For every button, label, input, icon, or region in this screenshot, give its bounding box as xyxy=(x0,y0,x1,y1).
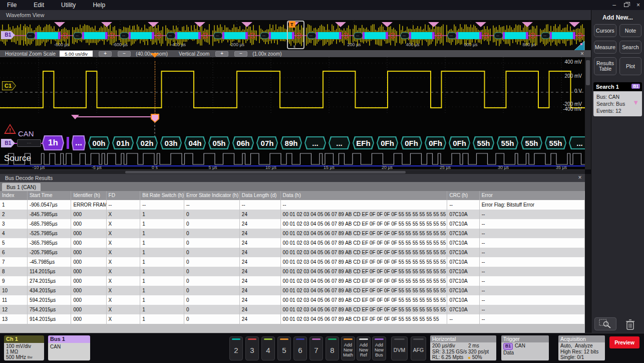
table-row[interactable]: 9274.2015µs000X102400 01 02 03 04 05 06 … xyxy=(0,276,585,286)
tab-bus1-can[interactable]: Bus 1 (CAN) xyxy=(2,183,41,192)
add-new-plot-button[interactable]: Plot xyxy=(619,57,641,75)
add-new-measure-button[interactable]: Measure xyxy=(594,41,616,54)
add-new-search-button[interactable]: Search xyxy=(619,41,641,54)
channel-7-button[interactable]: 7 xyxy=(309,336,323,360)
column-header[interactable]: Data (h) xyxy=(281,191,448,200)
table-cell: 1 xyxy=(140,267,184,276)
table-row[interactable]: 3-685.7985µs000X102400 01 02 03 04 05 06… xyxy=(0,219,585,229)
restore-icon[interactable] xyxy=(624,3,628,7)
search1-card[interactable]: Search 1B1 Bus: CAN Search: Bus Events: … xyxy=(593,82,642,116)
column-header[interactable]: Error xyxy=(480,191,585,200)
search-mark-icon[interactable] xyxy=(71,115,79,123)
horizontal-zoom-scale-input[interactable] xyxy=(60,51,93,57)
column-header[interactable]: Index xyxy=(0,191,28,200)
add-new-note-button[interactable]: Note xyxy=(619,24,641,37)
waveform-overview[interactable]: -800 µs-600 µs-400 µs-200 µs200 µs400 µs… xyxy=(0,20,591,50)
horizontal-scrollbar[interactable] xyxy=(0,169,585,174)
channel-5-button[interactable]: 5 xyxy=(277,336,291,360)
zoom-close-icon[interactable]: × xyxy=(580,50,584,57)
h-zoom-plus-button[interactable]: + xyxy=(99,51,112,57)
voltage-label: 0 V xyxy=(553,88,582,94)
close-icon[interactable]: × xyxy=(636,2,640,9)
table-cell: 000 xyxy=(71,276,106,286)
add-new-title: Add New... xyxy=(591,14,644,21)
table-row[interactable]: 2-845.7985µs000X102400 01 02 03 04 05 06… xyxy=(0,210,585,219)
table-cell: 8 xyxy=(0,267,28,276)
table-cell: 7 xyxy=(0,257,28,267)
add-new-bus-button[interactable]: Add New Bus xyxy=(372,336,386,360)
table-cell: X xyxy=(107,219,141,229)
column-header[interactable]: FD xyxy=(107,191,141,200)
add-new-results-table-button[interactable]: Results Table xyxy=(594,57,616,75)
column-header[interactable]: Identifier (h) xyxy=(71,191,106,200)
menu-edit[interactable]: Edit xyxy=(25,2,53,9)
trash-icon[interactable] xyxy=(625,318,636,330)
v-zoom-plus-button[interactable]: + xyxy=(215,51,228,57)
bus-tick-label: 0 s xyxy=(137,165,172,170)
horizontal-zoom-scale-label: Horizontal Zoom Scale xyxy=(5,51,56,57)
h-zoom-minus-button[interactable]: − xyxy=(118,51,131,57)
table-cell: 0 xyxy=(184,257,240,267)
bus-collapse-box[interactable]: ··· xyxy=(17,139,41,147)
table-row[interactable]: 5-365.7985µs000X102400 01 02 03 04 05 06… xyxy=(0,238,585,248)
menu-help[interactable]: Help xyxy=(84,2,114,9)
channel-number: 4 xyxy=(266,340,270,360)
table-cell: -- xyxy=(480,257,585,267)
v-zoom-minus-button[interactable]: − xyxy=(234,51,247,57)
zoom-box-icon[interactable] xyxy=(573,41,585,50)
table-cell: 000 xyxy=(71,248,106,257)
bus-decode-bubble: 55h xyxy=(545,136,566,149)
table-row[interactable]: 13914.2015µs000X102400 01 02 03 04 05 06… xyxy=(0,314,585,324)
minimize-icon[interactable]: – xyxy=(612,2,616,9)
table-row[interactable]: 11594.2015µs000X102400 01 02 03 04 05 06… xyxy=(0,295,585,305)
channel-2-button[interactable]: 2 xyxy=(229,336,243,360)
ch1-impedance: 1 MΩ xyxy=(6,349,42,354)
results-close-icon[interactable]: × xyxy=(576,174,584,182)
search-mark-icon xyxy=(569,22,580,27)
trigger-panel[interactable]: Trigger B1CAN Data xyxy=(501,335,549,360)
vertical-scrollbar[interactable] xyxy=(585,57,591,169)
column-header[interactable]: Data Length (d) xyxy=(240,191,281,200)
column-header[interactable]: Start Time xyxy=(28,191,72,200)
table-row[interactable]: 10434.2015µs000X102400 01 02 03 04 05 06… xyxy=(0,286,585,295)
preview-button[interactable]: Preview xyxy=(609,336,639,348)
add-new-ref-button[interactable]: Add New Ref xyxy=(357,336,371,360)
bus-decode-bubble: ... xyxy=(329,136,350,149)
add-new-cursors-button[interactable]: Cursors xyxy=(594,24,616,37)
dvm-button[interactable]: DVM xyxy=(391,336,408,360)
vertical-zoom-label: Vertical Zoom xyxy=(179,51,209,57)
table-row[interactable]: 6-205.7985µs000X102400 01 02 03 04 05 06… xyxy=(0,248,585,257)
trigger-panel-body: B1CAN Data xyxy=(501,342,549,360)
column-header[interactable]: CRC (h) xyxy=(447,191,479,200)
afg-button[interactable]: AFG xyxy=(411,336,426,360)
search-mark-icon xyxy=(335,22,346,27)
zoomed-waveform-view[interactable] xyxy=(0,57,585,114)
table-row[interactable]: 8114.2015µs000X102400 01 02 03 04 05 06 … xyxy=(0,267,585,276)
column-header[interactable]: Error State Indicator (h) xyxy=(184,191,240,200)
zoom-toolbar: Horizontal Zoom Scale + − (40.00x zoom) … xyxy=(0,50,591,57)
zoom-select-button[interactable] xyxy=(594,317,616,330)
table-cell: 1 xyxy=(140,257,184,267)
channel-8-button[interactable]: 8 xyxy=(326,336,339,360)
menu-utility[interactable]: Utility xyxy=(53,2,84,9)
trigger-position-icon[interactable] xyxy=(151,53,159,62)
menu-file[interactable]: File xyxy=(0,2,25,9)
horizontal-panel[interactable]: Horizontal 200 µs/div2 ms SR: 3.125 GS/s… xyxy=(430,335,496,360)
column-header[interactable]: Bit Rate Switch (h) xyxy=(140,191,184,200)
table-row[interactable]: 12754.2015µs000X102400 01 02 03 04 05 06… xyxy=(0,305,585,314)
acquisition-panel[interactable]: Acquisition Auto, Analyze High Res: 12 b… xyxy=(558,335,605,360)
channel1-card[interactable]: Ch 1 100 mV/div 1 MΩ 500 MHz Bw xyxy=(4,335,44,360)
bus1-card[interactable]: Bus 1 CAN xyxy=(48,335,90,360)
channel-6-button[interactable]: 6 xyxy=(293,336,307,360)
table-cell: -- xyxy=(480,229,585,238)
add-new-math-button[interactable]: Add New Math xyxy=(341,336,355,360)
bus1-card-title: Bus 1 xyxy=(48,335,90,343)
table-row[interactable]: 7-45.7985µs000X102400 01 02 03 04 05 06 … xyxy=(0,257,585,267)
table-cell: 9 xyxy=(0,276,28,286)
trigger-box-icon[interactable]: T xyxy=(290,22,293,27)
table-row[interactable]: 1-906.0547µsERROR FRAME------------Error… xyxy=(0,200,585,210)
bubble-value: 89h xyxy=(281,137,301,148)
channel-3-button[interactable]: 3 xyxy=(245,336,259,360)
table-row[interactable]: 4-525.7985µs000X102400 01 02 03 04 05 06… xyxy=(0,229,585,238)
channel-4-button[interactable]: 4 xyxy=(261,336,275,360)
